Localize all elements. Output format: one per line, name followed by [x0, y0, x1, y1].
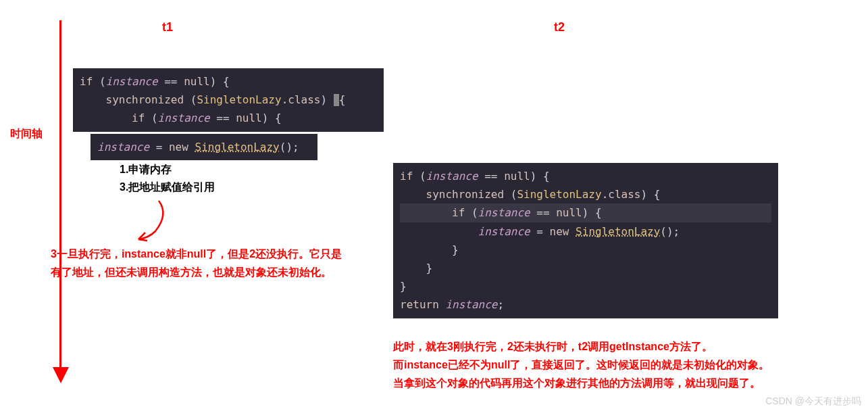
keyword-return: return: [400, 298, 439, 311]
class-singletonlazy: SingletonLazy: [197, 93, 281, 106]
column-t2-label: t2: [554, 20, 565, 34]
column-t1-label: t1: [162, 20, 173, 34]
code-block-t1-assign: instance = new SingletonLazy();: [91, 134, 317, 160]
keyword-new: new: [550, 225, 569, 238]
keyword-if: if: [452, 206, 465, 219]
t2-explanation-line2: 而instance已经不为null了，直接返回了。这时候返回的就是未初始化的对象…: [393, 356, 852, 374]
step-1-text: 1.申请内存: [120, 161, 215, 178]
ident-instance: instance: [445, 298, 497, 311]
t1-explanation-line2: 有了地址，但还未调用构造方法，也就是对象还未初始化。: [51, 263, 388, 281]
t1-explanation-line1: 3一旦执行完，instance就非null了，但是2还没执行。它只是: [51, 245, 388, 263]
keyword-synchronized: synchronized: [426, 188, 505, 201]
keyword-null: null: [556, 206, 582, 219]
keyword-class: class: [608, 188, 640, 201]
ident-instance: instance: [426, 170, 478, 183]
ident-instance: instance: [97, 141, 149, 153]
t1-explanation-text: 3一旦执行完，instance就非null了，但是2还没执行。它只是 有了地址，…: [51, 245, 388, 281]
keyword-if: if: [80, 75, 93, 88]
cursor-icon: [334, 94, 339, 106]
step-3-text: 3.把地址赋值给引用: [120, 178, 215, 196]
timeline-axis-label: 时间轴: [10, 127, 43, 141]
step-notes: 1.申请内存 3.把地址赋值给引用: [120, 161, 215, 195]
code-block-t2: if (instance == null) { synchronized (Si…: [393, 163, 778, 318]
keyword-null: null: [504, 170, 530, 183]
t2-explanation-line3: 当拿到这个对象的代码再用这个对象进行其他的方法调用等，就出现问题了。: [393, 374, 852, 392]
keyword-class: class: [288, 93, 320, 106]
watermark-text: CSDN @今天有进步吗: [765, 395, 861, 408]
t2-explanation-text: 此时，就在3刚执行完，2还未执行时，t2调用getInstance方法了。 而i…: [393, 337, 852, 393]
class-singletonlazy: SingletonLazy: [517, 188, 601, 201]
keyword-if: if: [400, 170, 413, 183]
ident-instance: instance: [158, 112, 210, 124]
t2-explanation-line1: 此时，就在3刚执行完，2还未执行时，t2调用getInstance方法了。: [393, 337, 852, 356]
ident-instance: instance: [478, 206, 530, 219]
keyword-if: if: [132, 112, 145, 124]
class-singletonlazy: SingletonLazy: [195, 141, 280, 153]
keyword-null: null: [236, 112, 262, 124]
ident-instance: instance: [478, 225, 530, 238]
keyword-new: new: [169, 141, 188, 153]
ident-instance: instance: [106, 75, 158, 88]
class-singletonlazy: SingletonLazy: [576, 225, 660, 238]
timeline-arrow-head: [53, 367, 69, 383]
keyword-synchronized: synchronized: [106, 93, 184, 106]
code-block-t1-check: if (instance == null) { synchronized (Si…: [73, 68, 384, 132]
timeline-arrow-line: [59, 20, 61, 370]
hand-drawn-arrow-icon: [128, 197, 182, 245]
keyword-null: null: [184, 75, 210, 88]
